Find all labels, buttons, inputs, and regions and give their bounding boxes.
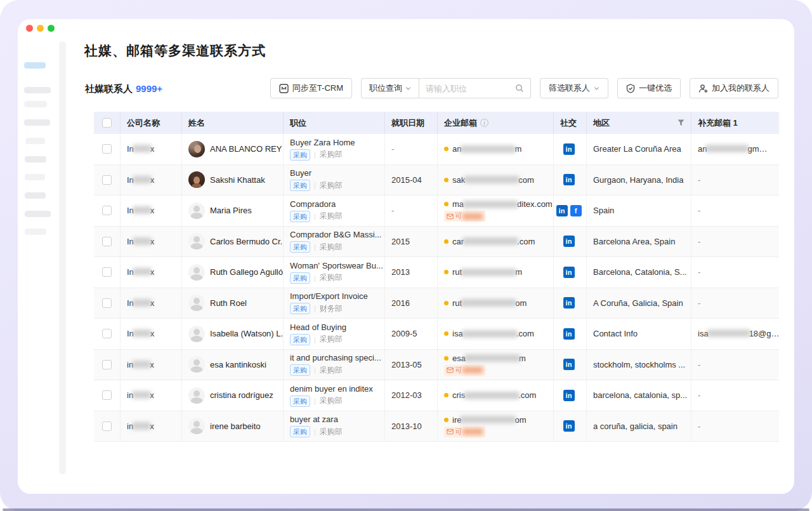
facebook-icon[interactable]: f [570, 205, 582, 216]
company-cell: Inx [121, 196, 182, 226]
name-cell: ANA BLANCO REY [182, 134, 284, 164]
sidebar-item[interactable] [25, 156, 46, 163]
sidebar-item-active[interactable] [24, 62, 46, 69]
add-to-my-contacts-button[interactable]: 加入我的联系人 [690, 78, 778, 98]
sidebar-item[interactable] [24, 101, 47, 107]
filter-contacts-button[interactable]: 筛选联系人 [540, 78, 608, 98]
email-status-dot [444, 301, 449, 305]
email-cell: cris.com [438, 380, 554, 411]
linkedin-icon[interactable]: in [563, 174, 575, 185]
search-icon[interactable] [515, 84, 524, 93]
row-select-cell [94, 257, 121, 288]
sidebar-item[interactable] [25, 138, 45, 144]
redacted-company-text [133, 237, 152, 245]
tag-separator: | [314, 336, 316, 343]
row-checkbox[interactable] [102, 175, 112, 185]
row-checkbox[interactable] [102, 144, 112, 154]
linkedin-icon[interactable]: in [563, 328, 575, 340]
row-checkbox[interactable] [102, 360, 112, 369]
linkedin-icon[interactable]: in [563, 359, 575, 370]
table-row: Inx Ruth Roel Import/Export Invoice 采购 |… [94, 288, 779, 319]
linkedin-icon[interactable]: in [563, 420, 575, 432]
linkedin-icon[interactable]: in [556, 205, 568, 216]
linkedin-icon[interactable]: in [563, 236, 575, 247]
maximize-window-icon[interactable] [48, 25, 55, 32]
chevron-down-icon [594, 86, 599, 91]
linkedin-icon[interactable]: in [563, 297, 575, 309]
column-header-label: 姓名 [188, 117, 205, 129]
table-header-row: 公司名称姓名职位就职日期企业邮箱i社交地区补充邮箱 1 [94, 112, 779, 134]
company-cell: Inx [121, 134, 182, 164]
sidebar-item[interactable] [25, 229, 46, 235]
t-crm-icon [279, 84, 289, 93]
start-date-cell: - [385, 134, 438, 164]
position-title: Buyer Zara Home [290, 138, 378, 147]
table-row: Inx Maria Pires Compradora 采购 | 采购部 - ma… [94, 196, 779, 227]
sidebar-item[interactable] [25, 174, 45, 180]
email-status-dot [444, 393, 449, 397]
position-cell: Buyer 采购 | 采购部 [284, 165, 385, 196]
avatar [188, 418, 205, 434]
row-checkbox[interactable] [102, 329, 112, 338]
sidebar-item[interactable] [25, 211, 51, 217]
row-checkbox[interactable] [102, 421, 112, 431]
redacted-company-text [133, 329, 152, 337]
start-date: - [391, 206, 431, 215]
badge-icon [626, 84, 635, 93]
extra-email-cell: - [691, 227, 779, 257]
column-header: 就职日期 [385, 112, 438, 134]
row-checkbox[interactable] [102, 390, 112, 400]
start-date: 2015 [391, 237, 431, 246]
sidebar-divider [59, 41, 66, 474]
table-row: inx irene barbeito buyer at zara 采购 | 采购… [94, 411, 779, 442]
row-select-cell [94, 227, 121, 257]
position-search-box [419, 78, 531, 98]
column-header: 企业邮箱i [438, 112, 554, 134]
row-checkbox[interactable] [102, 206, 112, 215]
company-cell: Inx [121, 288, 182, 319]
redacted-email-text [460, 145, 516, 153]
column-header: 社交 [554, 112, 587, 134]
linkedin-icon[interactable]: in [563, 267, 575, 278]
extra-email-cell: - [691, 196, 779, 226]
sidebar-item[interactable] [24, 119, 50, 126]
minimize-window-icon[interactable] [37, 25, 44, 32]
filter-icon[interactable] [678, 119, 684, 126]
position-query-dropdown[interactable]: 职位查询 [361, 78, 419, 98]
start-date-cell: 2015-04 [385, 165, 438, 196]
position-title: Woman' Sportswear Bu... [290, 261, 378, 270]
select-all-checkbox[interactable] [102, 118, 112, 128]
start-date: 2013 [391, 267, 431, 277]
purchasing-tag: 采购 [290, 272, 310, 284]
linkedin-icon[interactable]: in [563, 390, 575, 401]
purchasing-tag: 采购 [290, 241, 310, 253]
region: barcelona, catalonia, sp... [593, 390, 684, 400]
one-click-select-button[interactable]: 一键优选 [617, 78, 681, 98]
info-icon[interactable]: i [480, 119, 488, 127]
close-window-icon[interactable] [26, 25, 33, 32]
name-cell: Sakshi Khattak [182, 165, 284, 196]
avatar [188, 233, 205, 249]
email-status-dot [444, 239, 449, 244]
position-search-input[interactable] [426, 84, 515, 93]
sidebar-item[interactable] [25, 192, 46, 199]
sync-to-crm-button[interactable]: 同步至T-CRM [270, 78, 352, 98]
department-tag: 采购部 [320, 395, 343, 406]
start-date: - [391, 144, 431, 154]
column-header: 公司名称 [121, 112, 182, 134]
start-date-cell: 2013-10 [385, 411, 438, 442]
row-checkbox[interactable] [102, 267, 112, 277]
row-checkbox[interactable] [102, 237, 112, 246]
email-status-dot [444, 270, 449, 274]
contact-name: Ruth Roel [210, 298, 247, 308]
sidebar-item[interactable] [24, 87, 51, 93]
start-date: 2013-05 [391, 360, 431, 369]
extra-email-cell: - [691, 411, 779, 442]
purchasing-tag: 采购 [290, 426, 310, 437]
name-cell: Maria Pires [182, 196, 284, 226]
department-tag: 采购部 [320, 365, 343, 376]
position-title: Head of Buying [290, 322, 378, 332]
linkedin-icon[interactable]: in [563, 143, 575, 155]
row-checkbox[interactable] [102, 298, 112, 308]
start-date: 2012-03 [391, 390, 431, 400]
